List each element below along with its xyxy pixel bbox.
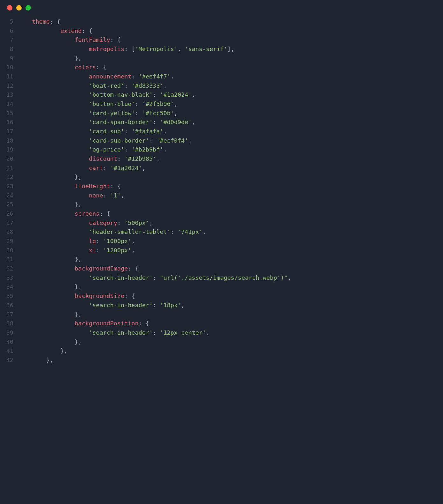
code-line[interactable]: 'og-price': '#b2b9bf', xyxy=(18,145,443,154)
code-line[interactable]: lineHeight: { xyxy=(18,182,443,191)
token-key: cart xyxy=(89,165,103,171)
token-punc: }, xyxy=(18,283,82,290)
code-line[interactable]: }, xyxy=(18,356,443,365)
code-line[interactable]: 'button-blue': '#2f5b96', xyxy=(18,100,443,109)
line-number: 11 xyxy=(0,72,13,81)
token-str: '18px' xyxy=(160,302,181,308)
token-key: lineHeight xyxy=(75,183,110,189)
token-str: '#ecf0f4' xyxy=(156,137,188,144)
token-punc: , xyxy=(149,219,153,226)
token-punc xyxy=(18,274,89,281)
token-punc xyxy=(18,128,89,135)
token-punc xyxy=(18,247,89,254)
line-number: 42 xyxy=(0,356,13,365)
code-line[interactable]: 'header-smaller-tablet': '741px', xyxy=(18,227,443,237)
token-punc: , xyxy=(174,100,178,107)
code-editor[interactable]: 5678910111213141516171819202122232425262… xyxy=(0,15,443,365)
token-punc: : xyxy=(117,219,124,226)
token-punc: : xyxy=(124,146,131,153)
code-line[interactable]: backgroundSize: { xyxy=(18,292,443,301)
code-line[interactable]: }, xyxy=(18,54,443,63)
code-line[interactable]: extend: { xyxy=(18,26,443,36)
token-punc xyxy=(18,228,89,235)
code-line[interactable]: 'card-sub': '#fafafa', xyxy=(18,127,443,136)
line-number: 5 xyxy=(0,17,13,26)
code-line[interactable]: fontFamily: { xyxy=(18,35,443,45)
code-line[interactable]: 'card-span-border': '#d0d9de', xyxy=(18,118,443,127)
line-number: 41 xyxy=(0,346,13,356)
token-punc xyxy=(18,100,89,107)
token-punc: , xyxy=(156,155,160,162)
token-str: '1200px' xyxy=(103,247,131,254)
code-line[interactable]: screens: { xyxy=(18,209,443,219)
token-punc: : { xyxy=(110,183,121,189)
code-line[interactable]: backgroundPosition: { xyxy=(18,319,443,328)
close-icon[interactable] xyxy=(7,5,12,11)
token-punc: , xyxy=(121,192,124,199)
line-number: 10 xyxy=(0,63,13,72)
code-line[interactable]: }, xyxy=(18,200,443,209)
code-line[interactable]: xl: '1200px', xyxy=(18,246,443,255)
line-number: 24 xyxy=(0,191,13,200)
code-line[interactable]: announcement: '#eef4f7', xyxy=(18,72,443,81)
code-line[interactable]: metropolis: ['Metropolis', 'sans-serif']… xyxy=(18,45,443,54)
token-punc xyxy=(18,18,32,25)
token-punc: : xyxy=(124,128,131,135)
line-number: 37 xyxy=(0,310,13,319)
line-number: 19 xyxy=(0,145,13,154)
token-punc xyxy=(18,329,89,336)
code-line[interactable]: backgroundImage: { xyxy=(18,264,443,273)
token-key: backgroundPosition xyxy=(75,320,138,327)
token-str: '741px' xyxy=(178,228,202,235)
code-line[interactable]: }, xyxy=(18,282,443,292)
line-number: 12 xyxy=(0,81,13,91)
token-key: extend xyxy=(61,27,82,34)
token-punc: , xyxy=(288,274,291,281)
token-punc: , xyxy=(202,228,206,235)
line-number: 21 xyxy=(0,164,13,173)
token-str: 'sans-serif' xyxy=(185,46,228,52)
token-punc: : xyxy=(131,73,138,80)
code-line[interactable]: 'card-sub-border': '#ecf0f4', xyxy=(18,136,443,145)
code-line[interactable]: 'search-in-header': '12px center', xyxy=(18,328,443,337)
code-line[interactable]: }, xyxy=(18,255,443,264)
code-line[interactable]: category: '500px', xyxy=(18,219,443,228)
code-line[interactable]: }, xyxy=(18,337,443,347)
line-number: 28 xyxy=(0,227,13,237)
line-number: 14 xyxy=(0,100,13,109)
editor-window: 5678910111213141516171819202122232425262… xyxy=(0,0,443,504)
code-line[interactable]: discount: '#12b985', xyxy=(18,154,443,164)
code-line[interactable]: 'search-in-header': '18px', xyxy=(18,301,443,310)
token-punc: : xyxy=(153,91,160,98)
token-punc: : xyxy=(171,228,178,235)
code-line[interactable]: }, xyxy=(18,310,443,319)
code-line[interactable]: 'boat-red': '#d83333', xyxy=(18,81,443,91)
code-line[interactable]: }, xyxy=(18,346,443,356)
code-line[interactable]: none: '1', xyxy=(18,191,443,200)
code-content[interactable]: theme: { extend: { fontFamily: { metropo… xyxy=(18,17,443,365)
window-titlebar xyxy=(0,0,443,15)
code-line[interactable]: 'card-yellow': '#fcc50b', xyxy=(18,109,443,118)
code-line[interactable]: theme: { xyxy=(18,17,443,26)
maximize-icon[interactable] xyxy=(25,5,31,11)
code-line[interactable]: 'bottom-nav-black': '#1a2024', xyxy=(18,90,443,100)
code-line[interactable]: }, xyxy=(18,173,443,182)
token-punc xyxy=(18,27,61,34)
token-str: '#1a2024' xyxy=(110,165,142,171)
token-str: 'Metropolis' xyxy=(135,46,178,52)
token-punc: , xyxy=(192,119,195,125)
minimize-icon[interactable] xyxy=(16,5,22,11)
token-punc xyxy=(18,137,89,144)
token-punc: }, xyxy=(18,311,82,318)
code-line[interactable]: lg: '1000px', xyxy=(18,237,443,246)
code-line[interactable]: 'search-in-header': "url('./assets/image… xyxy=(18,273,443,283)
line-number: 31 xyxy=(0,255,13,264)
code-line[interactable]: colors: { xyxy=(18,63,443,72)
token-punc: , xyxy=(131,247,135,254)
token-punc: : { xyxy=(128,265,138,272)
token-punc: : xyxy=(117,155,124,162)
code-line[interactable]: cart: '#1a2024', xyxy=(18,164,443,173)
token-punc: : { xyxy=(124,293,135,299)
token-str: '#eef4f7' xyxy=(139,73,171,80)
token-str: 'header-smaller-tablet' xyxy=(89,228,171,235)
